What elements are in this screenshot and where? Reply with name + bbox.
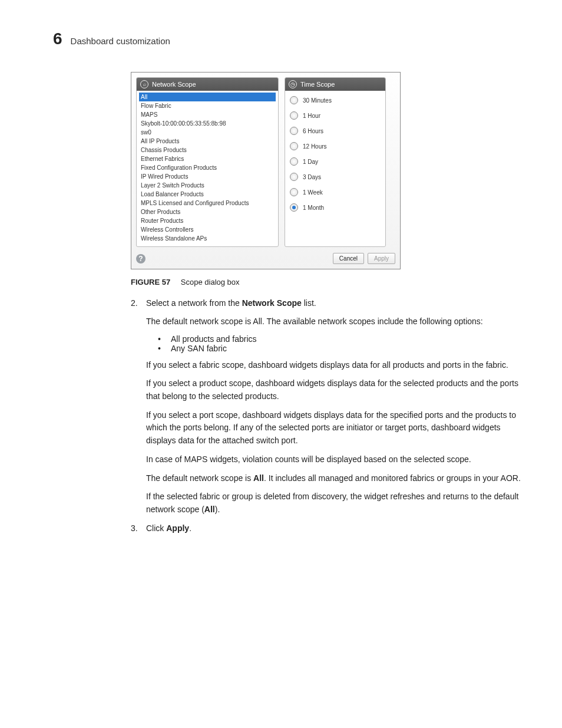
time-scope-title: Time Scope bbox=[300, 81, 335, 88]
network-scope-panel: ⌕ Network Scope AllFlow FabricMAPSSkybol… bbox=[136, 77, 279, 247]
step-3: 3. Click Apply. bbox=[131, 522, 527, 535]
step-2-text-c: list. bbox=[302, 298, 316, 308]
network-scope-icon: ⌕ bbox=[140, 80, 148, 88]
network-scope-item[interactable]: Fixed Configuration Products bbox=[139, 163, 276, 172]
time-scope-list: 30 Minutes1 Hour6 Hours12 Hours1 Day3 Da… bbox=[285, 91, 385, 219]
network-scope-title: Network Scope bbox=[152, 81, 196, 88]
step-2-number: 2. bbox=[131, 297, 146, 309]
time-scope-label: 1 Day bbox=[303, 159, 318, 165]
time-scope-label: 1 Week bbox=[303, 189, 323, 196]
network-scope-item[interactable]: Flow Fabric bbox=[139, 101, 276, 110]
step-2-bold: Network Scope bbox=[242, 298, 302, 308]
network-scope-item[interactable]: MAPS bbox=[139, 110, 276, 119]
time-scope-option[interactable]: 1 Week bbox=[287, 185, 383, 200]
time-scope-option[interactable]: 6 Hours bbox=[287, 123, 383, 139]
network-scope-item[interactable]: All IP Products bbox=[139, 137, 276, 146]
para-maps: In case of MAPS widgets, violation count… bbox=[146, 453, 527, 466]
scope-dialog: ⌕ Network Scope AllFlow FabricMAPSSkybol… bbox=[131, 72, 401, 269]
time-scope-option[interactable]: 3 Days bbox=[287, 169, 383, 185]
network-scope-item[interactable]: sw0 bbox=[139, 128, 276, 137]
radio-icon bbox=[290, 96, 298, 104]
network-scope-item[interactable]: All bbox=[139, 93, 276, 101]
step-2: 2. Select a network from the Network Sco… bbox=[131, 297, 527, 309]
radio-icon bbox=[290, 111, 298, 120]
network-scope-item[interactable]: Other Products bbox=[139, 207, 276, 216]
para-fabric-scope: If you select a fabric scope, dashboard … bbox=[146, 359, 527, 372]
figure-caption: FIGURE 57 Scope dialog box bbox=[131, 278, 527, 286]
time-scope-label: 3 Days bbox=[303, 174, 321, 180]
network-scope-header: ⌕ Network Scope bbox=[137, 78, 278, 91]
step-2-text-a: Select a network from the bbox=[146, 298, 242, 308]
time-scope-option[interactable]: 1 Month bbox=[287, 200, 383, 215]
radio-icon bbox=[290, 203, 298, 212]
network-scope-item[interactable]: Load Balancer Products bbox=[139, 190, 276, 199]
page-header: 6 Dashboard customization bbox=[53, 29, 527, 48]
network-scope-item[interactable]: Wireless Controllers bbox=[139, 225, 276, 234]
time-scope-panel: ◷ Time Scope 30 Minutes1 Hour6 Hours12 H… bbox=[285, 77, 386, 247]
step-3-bold: Apply bbox=[166, 523, 189, 533]
time-scope-label: 30 Minutes bbox=[303, 97, 332, 104]
para-product-scope: If you select a product scope, dashboard… bbox=[146, 377, 527, 403]
time-scope-option[interactable]: 12 Hours bbox=[287, 139, 383, 154]
step-3-text-a: Click bbox=[146, 523, 166, 533]
network-scope-item[interactable]: MPLS Licensed and Configured Products bbox=[139, 199, 276, 207]
time-scope-label: 6 Hours bbox=[303, 128, 323, 134]
time-scope-label: 1 Hour bbox=[303, 113, 320, 119]
radio-icon bbox=[290, 173, 298, 181]
network-scope-item[interactable]: Ethernet Fabrics bbox=[139, 154, 276, 163]
network-scope-list[interactable]: AllFlow FabricMAPSSkybolt-10:00:00:05:33… bbox=[137, 91, 278, 246]
time-scope-header: ◷ Time Scope bbox=[285, 78, 385, 91]
network-scope-item[interactable]: Skybolt-10:00:00:05:33:55:8b:98 bbox=[139, 119, 276, 128]
bullet-list: All products and fabricsAny SAN fabric bbox=[158, 334, 527, 353]
para-deleted-fabric: If the selected fabric or group is delet… bbox=[146, 490, 527, 516]
network-scope-item[interactable]: Router Products bbox=[139, 216, 276, 225]
step-3-text-c: . bbox=[189, 523, 191, 533]
chapter-title: Dashboard customization bbox=[71, 36, 170, 46]
time-scope-option[interactable]: 30 Minutes bbox=[287, 93, 383, 108]
cancel-button[interactable]: Cancel bbox=[333, 253, 364, 264]
clock-icon: ◷ bbox=[289, 80, 297, 88]
chapter-number: 6 bbox=[53, 29, 62, 48]
radio-icon bbox=[290, 127, 298, 135]
time-scope-label: 1 Month bbox=[303, 205, 324, 211]
help-icon[interactable]: ? bbox=[136, 254, 146, 263]
figure-text: Scope dialog box bbox=[181, 278, 240, 286]
step-3-number: 3. bbox=[131, 522, 146, 535]
radio-icon bbox=[290, 157, 298, 166]
apply-button[interactable]: Apply bbox=[368, 253, 395, 264]
time-scope-option[interactable]: 1 Day bbox=[287, 154, 383, 169]
para-port-scope: If you select a port scope, dashboard wi… bbox=[146, 409, 527, 447]
time-scope-option[interactable]: 1 Hour bbox=[287, 108, 383, 123]
radio-icon bbox=[290, 188, 298, 196]
figure-label: FIGURE 57 bbox=[131, 278, 170, 286]
time-scope-label: 12 Hours bbox=[303, 143, 327, 150]
network-scope-item[interactable]: Chassis Products bbox=[139, 146, 276, 154]
para-default-all: The default network scope is All. It inc… bbox=[146, 472, 527, 485]
para-default-scope: The default network scope is All. The av… bbox=[146, 315, 527, 328]
network-scope-item[interactable]: IP Wired Products bbox=[139, 172, 276, 181]
network-scope-item[interactable]: Wireless Standalone APs bbox=[139, 234, 276, 243]
network-scope-item[interactable]: Layer 2 Switch Products bbox=[139, 181, 276, 190]
list-item: Any SAN fabric bbox=[158, 344, 527, 353]
list-item: All products and fabrics bbox=[158, 334, 527, 344]
radio-icon bbox=[290, 142, 298, 150]
